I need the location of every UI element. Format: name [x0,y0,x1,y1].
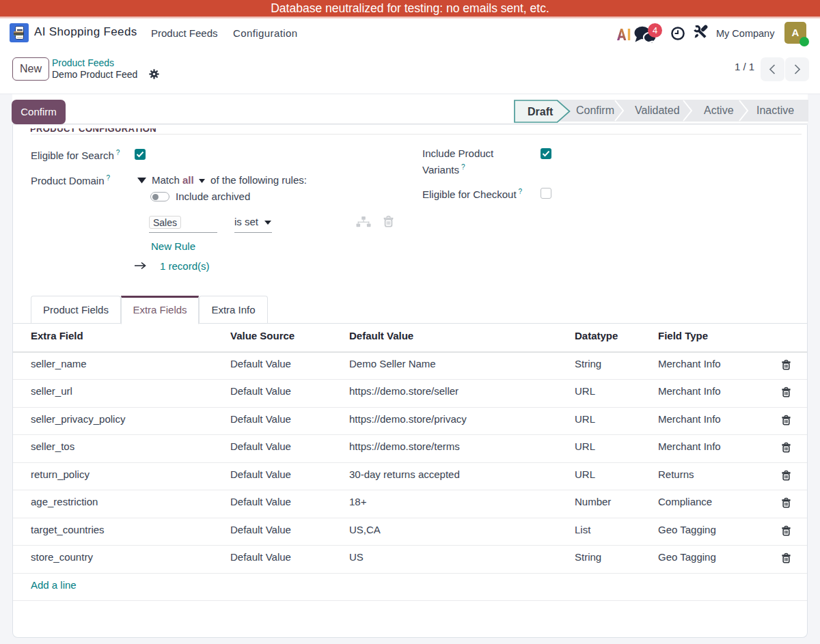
svg-text:Draft: Draft [528,106,554,117]
